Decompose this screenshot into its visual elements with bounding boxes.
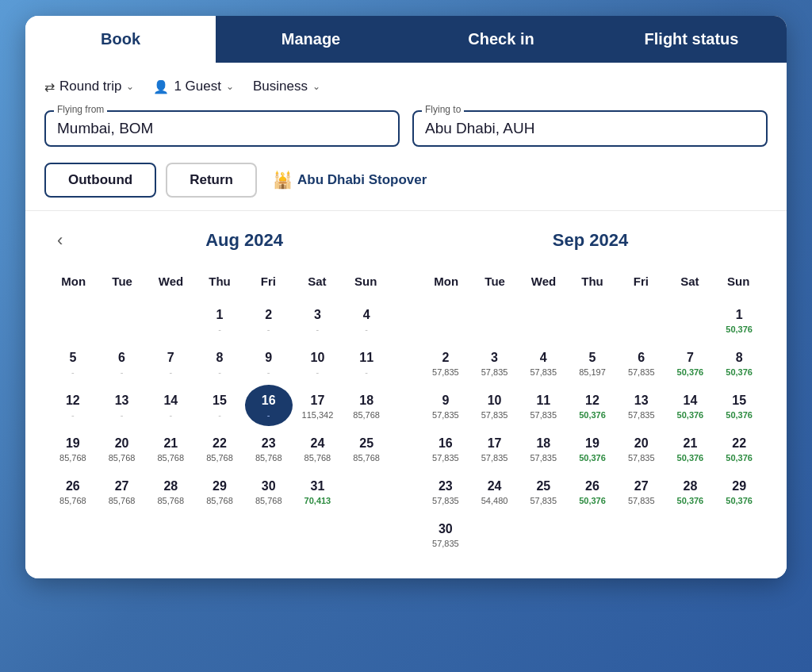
- flying-to-group: Flying to: [412, 110, 768, 147]
- day-cell[interactable]: 2885,768: [147, 470, 194, 512]
- day-cell[interactable]: 3-: [294, 299, 342, 340]
- day-cell[interactable]: 10-: [294, 342, 342, 383]
- day-price: 70,413: [304, 496, 331, 505]
- day-cell[interactable]: 657,835: [618, 342, 665, 383]
- day-cell[interactable]: 2454,480: [471, 470, 519, 512]
- day-number: 30: [262, 478, 276, 493]
- day-cell[interactable]: 2357,835: [422, 470, 469, 512]
- day-price: 85,768: [353, 453, 380, 463]
- flying-to-input[interactable]: [425, 120, 755, 137]
- guest-selector[interactable]: 👤 1 Guest ⌄: [153, 79, 234, 94]
- day-cell[interactable]: 2-: [245, 299, 293, 340]
- day-cell[interactable]: 11-: [343, 342, 390, 383]
- day-cell[interactable]: 1250,376: [569, 385, 616, 426]
- class-chevron: ⌄: [312, 81, 320, 92]
- day-cell[interactable]: 1-: [196, 299, 243, 340]
- day-header: Tue: [470, 270, 519, 293]
- day-cell[interactable]: 2950,376: [715, 470, 763, 512]
- day-cell[interactable]: 2650,376: [569, 470, 616, 512]
- day-cell[interactable]: 457,835: [519, 342, 567, 383]
- day-cell[interactable]: 1950,376: [569, 428, 616, 469]
- day-cell[interactable]: 13-: [98, 385, 146, 426]
- day-cell[interactable]: 1057,835: [471, 385, 519, 426]
- day-cell[interactable]: 1450,376: [667, 385, 714, 426]
- day-cell[interactable]: 750,376: [667, 342, 714, 383]
- day-cell[interactable]: 2757,835: [618, 470, 665, 512]
- day-price: 57,835: [530, 367, 557, 377]
- day-cell[interactable]: 1157,835: [519, 385, 567, 426]
- day-cell[interactable]: 2385,768: [245, 428, 293, 469]
- day-cell[interactable]: 1757,835: [471, 428, 519, 469]
- day-price: 50,376: [726, 367, 753, 377]
- day-cell[interactable]: 12-: [49, 385, 97, 426]
- day-cell[interactable]: 6-: [98, 342, 146, 383]
- day-cell[interactable]: 3057,835: [422, 513, 469, 555]
- day-cell[interactable]: 850,376: [715, 342, 763, 383]
- day-cell[interactable]: 16-: [245, 385, 293, 426]
- day-cell[interactable]: 15-: [196, 385, 243, 426]
- day-number: 27: [634, 478, 649, 493]
- day-cell[interactable]: 5-: [49, 342, 97, 383]
- day-cell[interactable]: 150,376: [715, 299, 763, 340]
- day-price: 50,376: [726, 324, 753, 334]
- tab-checkin[interactable]: Check in: [406, 16, 596, 63]
- day-price: 57,835: [481, 367, 508, 377]
- calendar-prev-button[interactable]: ‹: [49, 227, 71, 254]
- return-button[interactable]: Return: [166, 163, 257, 198]
- flying-from-input[interactable]: [57, 120, 387, 137]
- class-selector[interactable]: Business ⌄: [253, 79, 320, 94]
- day-price: -: [218, 324, 221, 334]
- trip-type-selector[interactable]: ⇄ Round trip ⌄: [44, 79, 134, 94]
- day-cell[interactable]: 585,197: [569, 342, 616, 383]
- tab-book[interactable]: Book: [25, 16, 216, 63]
- day-cell[interactable]: 1357,835: [618, 385, 665, 426]
- empty-cell: [471, 299, 519, 340]
- day-number: 17: [311, 393, 325, 408]
- day-cell[interactable]: 957,835: [422, 385, 469, 426]
- day-cell[interactable]: 1550,376: [715, 385, 763, 426]
- day-price: -: [267, 324, 270, 334]
- day-cell[interactable]: 1885,768: [343, 385, 390, 426]
- day-cell[interactable]: 1657,835: [422, 428, 469, 469]
- day-cell[interactable]: 14-: [147, 385, 194, 426]
- day-cell[interactable]: 7-: [147, 342, 194, 383]
- day-number: 29: [732, 478, 746, 493]
- day-cell[interactable]: 357,835: [471, 342, 519, 383]
- day-cell[interactable]: 4-: [343, 299, 390, 340]
- day-cell[interactable]: 1857,835: [519, 428, 567, 469]
- day-cell[interactable]: 2685,768: [49, 470, 97, 512]
- day-cell[interactable]: 2285,768: [196, 428, 243, 469]
- day-number: 17: [488, 436, 502, 451]
- trip-type-label: Round trip: [59, 79, 121, 94]
- day-cell[interactable]: 2585,768: [343, 428, 390, 469]
- day-cell[interactable]: 17115,342: [294, 385, 342, 426]
- day-cell[interactable]: 2185,768: [147, 428, 194, 469]
- day-cell[interactable]: 3170,413: [294, 470, 342, 512]
- day-number: 28: [163, 478, 178, 493]
- day-header: Sat: [293, 270, 341, 293]
- day-price: 85,768: [59, 496, 86, 505]
- day-cell[interactable]: 2485,768: [294, 428, 342, 469]
- day-cell[interactable]: 9-: [245, 342, 293, 383]
- day-cell[interactable]: 1985,768: [49, 428, 97, 469]
- tab-manage[interactable]: Manage: [216, 16, 406, 63]
- day-cell[interactable]: 2085,768: [98, 428, 146, 469]
- stopover-link[interactable]: 🕌 Abu Dhabi Stopover: [273, 171, 427, 190]
- day-cell[interactable]: 2057,835: [618, 428, 665, 469]
- day-cell[interactable]: 2150,376: [667, 428, 714, 469]
- day-cell[interactable]: 2785,768: [98, 470, 146, 512]
- tab-flightstatus[interactable]: Flight status: [596, 16, 787, 63]
- day-price: 50,376: [726, 496, 753, 505]
- day-cell[interactable]: 3085,768: [245, 470, 293, 512]
- outbound-button[interactable]: Outbound: [44, 163, 156, 198]
- day-header: Sat: [665, 270, 714, 293]
- empty-cell: [569, 299, 616, 340]
- day-cell[interactable]: 2985,768: [196, 470, 243, 512]
- day-cell[interactable]: 2250,376: [715, 428, 763, 469]
- guest-label: 1 Guest: [174, 79, 221, 94]
- day-cell[interactable]: 2850,376: [667, 470, 714, 512]
- day-cell[interactable]: 2557,835: [519, 470, 567, 512]
- day-cell[interactable]: 8-: [196, 342, 243, 383]
- day-cell[interactable]: 257,835: [422, 342, 469, 383]
- day-number: 1: [736, 307, 743, 322]
